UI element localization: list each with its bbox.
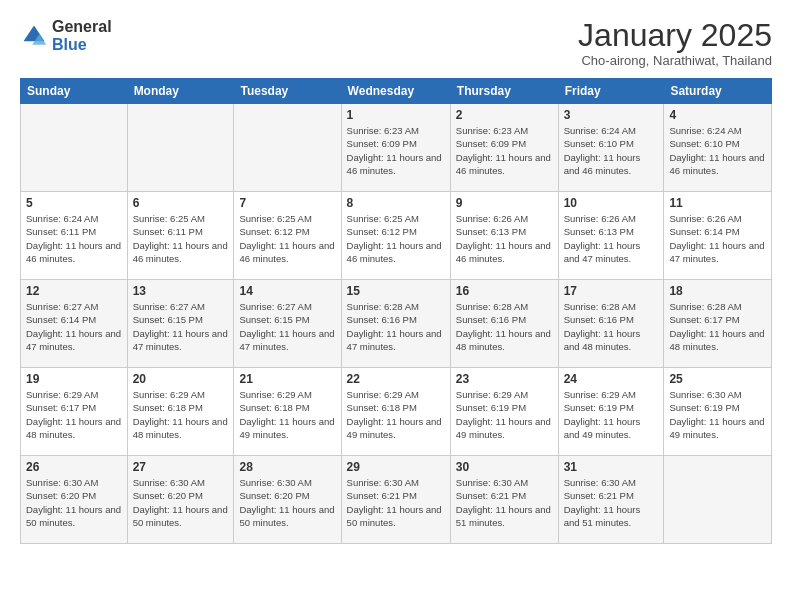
calendar-cell: 10Sunrise: 6:26 AM Sunset: 6:13 PM Dayli… <box>558 192 664 280</box>
day-info: Sunrise: 6:23 AM Sunset: 6:09 PM Dayligh… <box>456 124 553 177</box>
day-info: Sunrise: 6:30 AM Sunset: 6:21 PM Dayligh… <box>347 476 445 529</box>
page: General Blue January 2025 Cho-airong, Na… <box>0 0 792 612</box>
calendar-cell: 22Sunrise: 6:29 AM Sunset: 6:18 PM Dayli… <box>341 368 450 456</box>
calendar-cell: 14Sunrise: 6:27 AM Sunset: 6:15 PM Dayli… <box>234 280 341 368</box>
logo: General Blue <box>20 18 112 53</box>
calendar-cell: 25Sunrise: 6:30 AM Sunset: 6:19 PM Dayli… <box>664 368 772 456</box>
col-friday: Friday <box>558 79 664 104</box>
col-tuesday: Tuesday <box>234 79 341 104</box>
day-number: 11 <box>669 196 766 210</box>
day-info: Sunrise: 6:25 AM Sunset: 6:12 PM Dayligh… <box>239 212 335 265</box>
day-number: 26 <box>26 460 122 474</box>
day-number: 14 <box>239 284 335 298</box>
day-number: 27 <box>133 460 229 474</box>
day-info: Sunrise: 6:28 AM Sunset: 6:16 PM Dayligh… <box>347 300 445 353</box>
month-title: January 2025 <box>578 18 772 53</box>
day-number: 29 <box>347 460 445 474</box>
calendar-cell: 7Sunrise: 6:25 AM Sunset: 6:12 PM Daylig… <box>234 192 341 280</box>
day-info: Sunrise: 6:26 AM Sunset: 6:13 PM Dayligh… <box>456 212 553 265</box>
day-number: 23 <box>456 372 553 386</box>
calendar-cell: 3Sunrise: 6:24 AM Sunset: 6:10 PM Daylig… <box>558 104 664 192</box>
day-info: Sunrise: 6:30 AM Sunset: 6:21 PM Dayligh… <box>456 476 553 529</box>
day-info: Sunrise: 6:29 AM Sunset: 6:17 PM Dayligh… <box>26 388 122 441</box>
day-info: Sunrise: 6:29 AM Sunset: 6:18 PM Dayligh… <box>239 388 335 441</box>
day-info: Sunrise: 6:26 AM Sunset: 6:14 PM Dayligh… <box>669 212 766 265</box>
day-info: Sunrise: 6:25 AM Sunset: 6:11 PM Dayligh… <box>133 212 229 265</box>
calendar-cell: 6Sunrise: 6:25 AM Sunset: 6:11 PM Daylig… <box>127 192 234 280</box>
day-number: 30 <box>456 460 553 474</box>
calendar-cell: 31Sunrise: 6:30 AM Sunset: 6:21 PM Dayli… <box>558 456 664 544</box>
day-number: 21 <box>239 372 335 386</box>
calendar-cell: 23Sunrise: 6:29 AM Sunset: 6:19 PM Dayli… <box>450 368 558 456</box>
calendar-cell: 15Sunrise: 6:28 AM Sunset: 6:16 PM Dayli… <box>341 280 450 368</box>
calendar-week-1: 1Sunrise: 6:23 AM Sunset: 6:09 PM Daylig… <box>21 104 772 192</box>
calendar-cell: 8Sunrise: 6:25 AM Sunset: 6:12 PM Daylig… <box>341 192 450 280</box>
day-number: 8 <box>347 196 445 210</box>
day-info: Sunrise: 6:29 AM Sunset: 6:18 PM Dayligh… <box>347 388 445 441</box>
day-number: 10 <box>564 196 659 210</box>
day-number: 31 <box>564 460 659 474</box>
col-thursday: Thursday <box>450 79 558 104</box>
calendar-cell <box>664 456 772 544</box>
day-number: 18 <box>669 284 766 298</box>
calendar-cell: 26Sunrise: 6:30 AM Sunset: 6:20 PM Dayli… <box>21 456 128 544</box>
day-number: 9 <box>456 196 553 210</box>
calendar-cell: 2Sunrise: 6:23 AM Sunset: 6:09 PM Daylig… <box>450 104 558 192</box>
day-number: 6 <box>133 196 229 210</box>
day-number: 17 <box>564 284 659 298</box>
day-number: 3 <box>564 108 659 122</box>
day-info: Sunrise: 6:24 AM Sunset: 6:11 PM Dayligh… <box>26 212 122 265</box>
logo-text: General Blue <box>52 18 112 53</box>
day-info: Sunrise: 6:27 AM Sunset: 6:15 PM Dayligh… <box>239 300 335 353</box>
calendar-cell <box>21 104 128 192</box>
logo-icon <box>20 22 48 50</box>
day-info: Sunrise: 6:29 AM Sunset: 6:19 PM Dayligh… <box>564 388 659 441</box>
day-number: 7 <box>239 196 335 210</box>
logo-blue: Blue <box>52 36 112 54</box>
calendar-cell: 18Sunrise: 6:28 AM Sunset: 6:17 PM Dayli… <box>664 280 772 368</box>
calendar-cell: 17Sunrise: 6:28 AM Sunset: 6:16 PM Dayli… <box>558 280 664 368</box>
day-number: 1 <box>347 108 445 122</box>
calendar-cell: 4Sunrise: 6:24 AM Sunset: 6:10 PM Daylig… <box>664 104 772 192</box>
day-number: 12 <box>26 284 122 298</box>
calendar-header-row: Sunday Monday Tuesday Wednesday Thursday… <box>21 79 772 104</box>
calendar-cell <box>127 104 234 192</box>
day-info: Sunrise: 6:30 AM Sunset: 6:19 PM Dayligh… <box>669 388 766 441</box>
calendar-cell: 5Sunrise: 6:24 AM Sunset: 6:11 PM Daylig… <box>21 192 128 280</box>
day-number: 19 <box>26 372 122 386</box>
calendar-cell: 27Sunrise: 6:30 AM Sunset: 6:20 PM Dayli… <box>127 456 234 544</box>
day-info: Sunrise: 6:28 AM Sunset: 6:16 PM Dayligh… <box>564 300 659 353</box>
calendar-cell: 24Sunrise: 6:29 AM Sunset: 6:19 PM Dayli… <box>558 368 664 456</box>
day-info: Sunrise: 6:30 AM Sunset: 6:20 PM Dayligh… <box>26 476 122 529</box>
day-info: Sunrise: 6:27 AM Sunset: 6:15 PM Dayligh… <box>133 300 229 353</box>
day-info: Sunrise: 6:29 AM Sunset: 6:18 PM Dayligh… <box>133 388 229 441</box>
day-info: Sunrise: 6:27 AM Sunset: 6:14 PM Dayligh… <box>26 300 122 353</box>
day-info: Sunrise: 6:29 AM Sunset: 6:19 PM Dayligh… <box>456 388 553 441</box>
day-info: Sunrise: 6:30 AM Sunset: 6:20 PM Dayligh… <box>133 476 229 529</box>
calendar-cell: 19Sunrise: 6:29 AM Sunset: 6:17 PM Dayli… <box>21 368 128 456</box>
col-saturday: Saturday <box>664 79 772 104</box>
day-number: 22 <box>347 372 445 386</box>
calendar-cell: 1Sunrise: 6:23 AM Sunset: 6:09 PM Daylig… <box>341 104 450 192</box>
calendar-cell: 11Sunrise: 6:26 AM Sunset: 6:14 PM Dayli… <box>664 192 772 280</box>
col-sunday: Sunday <box>21 79 128 104</box>
calendar-cell: 30Sunrise: 6:30 AM Sunset: 6:21 PM Dayli… <box>450 456 558 544</box>
day-info: Sunrise: 6:26 AM Sunset: 6:13 PM Dayligh… <box>564 212 659 265</box>
day-info: Sunrise: 6:30 AM Sunset: 6:20 PM Dayligh… <box>239 476 335 529</box>
calendar-week-5: 26Sunrise: 6:30 AM Sunset: 6:20 PM Dayli… <box>21 456 772 544</box>
day-info: Sunrise: 6:24 AM Sunset: 6:10 PM Dayligh… <box>564 124 659 177</box>
location-subtitle: Cho-airong, Narathiwat, Thailand <box>578 53 772 68</box>
day-number: 5 <box>26 196 122 210</box>
day-number: 28 <box>239 460 335 474</box>
col-wednesday: Wednesday <box>341 79 450 104</box>
calendar-cell: 20Sunrise: 6:29 AM Sunset: 6:18 PM Dayli… <box>127 368 234 456</box>
calendar-week-3: 12Sunrise: 6:27 AM Sunset: 6:14 PM Dayli… <box>21 280 772 368</box>
day-info: Sunrise: 6:23 AM Sunset: 6:09 PM Dayligh… <box>347 124 445 177</box>
calendar-cell: 12Sunrise: 6:27 AM Sunset: 6:14 PM Dayli… <box>21 280 128 368</box>
calendar-cell: 28Sunrise: 6:30 AM Sunset: 6:20 PM Dayli… <box>234 456 341 544</box>
day-info: Sunrise: 6:28 AM Sunset: 6:17 PM Dayligh… <box>669 300 766 353</box>
header: General Blue January 2025 Cho-airong, Na… <box>20 18 772 68</box>
calendar-week-2: 5Sunrise: 6:24 AM Sunset: 6:11 PM Daylig… <box>21 192 772 280</box>
day-number: 24 <box>564 372 659 386</box>
day-info: Sunrise: 6:25 AM Sunset: 6:12 PM Dayligh… <box>347 212 445 265</box>
